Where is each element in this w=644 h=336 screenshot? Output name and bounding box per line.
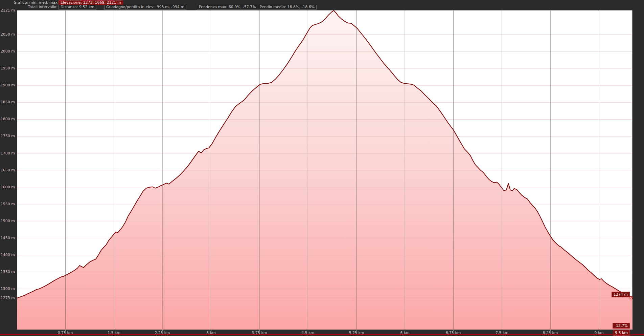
elevation-profile-plot[interactable] xyxy=(0,0,644,336)
elevation-profile-screen: Grafico: min, med, max Elevazione: 1273,… xyxy=(0,0,644,336)
y-axis-label: 1273 m xyxy=(0,296,15,300)
cursor-slope-readout: -12.7% xyxy=(613,323,630,329)
y-axis-label: 2121 m xyxy=(0,8,15,13)
x-axis-tick xyxy=(356,330,357,331)
y-axis-label: 1900 m xyxy=(0,83,15,87)
x-axis-tick xyxy=(405,330,405,331)
x-axis-tick xyxy=(259,330,260,331)
y-axis-label: 1500 m xyxy=(0,219,15,223)
y-axis-label: 2050 m xyxy=(0,32,15,37)
x-axis-tick xyxy=(211,330,211,331)
y-axis-label: 1750 m xyxy=(0,134,15,138)
x-axis-tick xyxy=(550,330,551,331)
bottom-accent-bar xyxy=(0,334,644,335)
y-axis-label: 1450 m xyxy=(0,236,15,240)
y-axis-label: 1800 m xyxy=(0,117,15,121)
x-axis-tick xyxy=(453,330,454,331)
x-axis-tick xyxy=(162,330,163,331)
x-axis-tick xyxy=(599,330,599,331)
y-axis-label: 1600 m xyxy=(0,185,15,189)
y-axis-label: 1550 m xyxy=(0,202,15,206)
y-axis-label: 1850 m xyxy=(0,100,15,104)
cursor-position-marker[interactable] xyxy=(630,296,632,299)
y-axis-label: 1950 m xyxy=(0,66,15,70)
y-axis-label: 1700 m xyxy=(0,151,15,155)
cursor-elevation-readout: 1274 m xyxy=(612,292,630,297)
x-axis-tick xyxy=(114,330,114,331)
x-axis-tick xyxy=(308,330,308,331)
y-axis-label: 1400 m xyxy=(0,253,15,257)
x-axis-tick xyxy=(65,330,66,331)
y-axis-label: 1300 m xyxy=(0,287,15,291)
y-axis-label: 1350 m xyxy=(0,270,15,274)
y-axis-label: 1650 m xyxy=(0,168,15,172)
y-axis-label: 2000 m xyxy=(0,49,15,54)
x-axis-tick xyxy=(502,330,502,331)
